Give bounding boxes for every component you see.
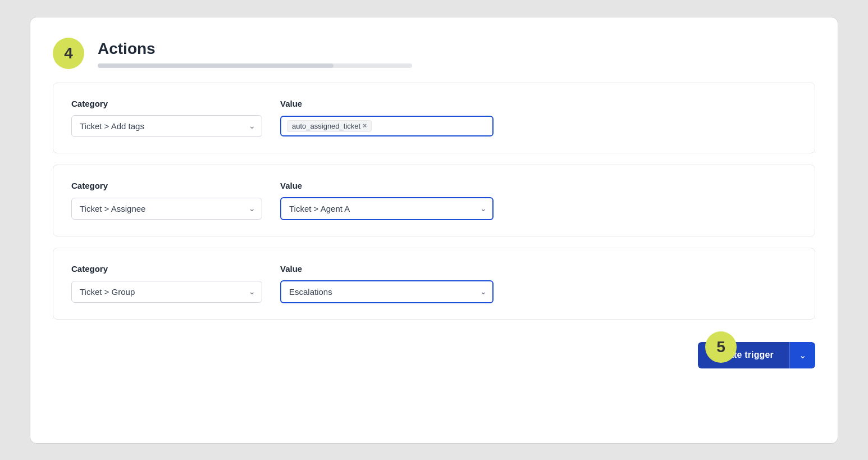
row2-inputs: Ticket > Assignee ⌄ Ticket > Agent A ⌄ [71, 197, 797, 220]
row3-value-select[interactable]: Escalations [280, 280, 494, 303]
row2-labels: Category Value [71, 181, 797, 190]
row3-value-wrapper: Escalations ⌄ [280, 280, 494, 303]
progress-bar-track [98, 63, 412, 68]
row1-category-wrapper: Ticket > Add tags ⌄ [71, 115, 262, 137]
row1-tag-input[interactable]: auto_assigned_ticket × [280, 116, 494, 136]
row3-category-label: Category [71, 264, 262, 274]
footer-row: 5 Create trigger ⌄ [53, 342, 815, 368]
tag-chip-label: auto_assigned_ticket [292, 122, 360, 130]
action-row-2: Category Value Ticket > Assignee ⌄ Ticke… [53, 165, 815, 236]
row1-labels: Category Value [71, 99, 797, 108]
step4-badge: 4 [53, 38, 84, 69]
page-title: Actions [98, 40, 815, 58]
row2-category-label: Category [71, 181, 262, 190]
row2-value-wrapper: Ticket > Agent A ⌄ [280, 197, 494, 220]
header-row: 4 Actions [53, 40, 815, 69]
main-card: 4 Actions Category Value Ticket > Add ta… [30, 17, 838, 444]
row3-category-wrapper: Ticket > Group ⌄ [71, 281, 262, 303]
action-row-1: Category Value Ticket > Add tags ⌄ auto_… [53, 83, 815, 153]
tag-chip-auto-assigned: auto_assigned_ticket × [287, 120, 372, 132]
row2-category-wrapper: Ticket > Assignee ⌄ [71, 198, 262, 220]
row1-category-label: Category [71, 99, 262, 108]
tag-remove-icon[interactable]: × [363, 122, 367, 130]
row3-labels: Category Value [71, 264, 797, 274]
row1-category-select[interactable]: Ticket > Add tags [71, 115, 262, 137]
action-row-3: Category Value Ticket > Group ⌄ Escalati… [53, 248, 815, 320]
row2-category-select[interactable]: Ticket > Assignee [71, 198, 262, 220]
row2-value-label: Value [280, 181, 797, 190]
dropdown-chevron-icon: ⌄ [799, 350, 806, 360]
row3-category-select[interactable]: Ticket > Group [71, 281, 262, 303]
row3-value-label: Value [280, 264, 797, 274]
row2-value-select[interactable]: Ticket > Agent A [280, 197, 494, 220]
actions-container: Category Value Ticket > Add tags ⌄ auto_… [53, 83, 815, 331]
step5-badge: 5 [705, 331, 737, 363]
row1-value-label: Value [280, 99, 797, 108]
create-trigger-dropdown-button[interactable]: ⌄ [789, 342, 815, 368]
progress-bar-fill [98, 63, 334, 68]
row1-inputs: Ticket > Add tags ⌄ auto_assigned_ticket… [71, 115, 797, 137]
header-content: Actions [98, 40, 815, 68]
row3-inputs: Ticket > Group ⌄ Escalations ⌄ [71, 280, 797, 303]
